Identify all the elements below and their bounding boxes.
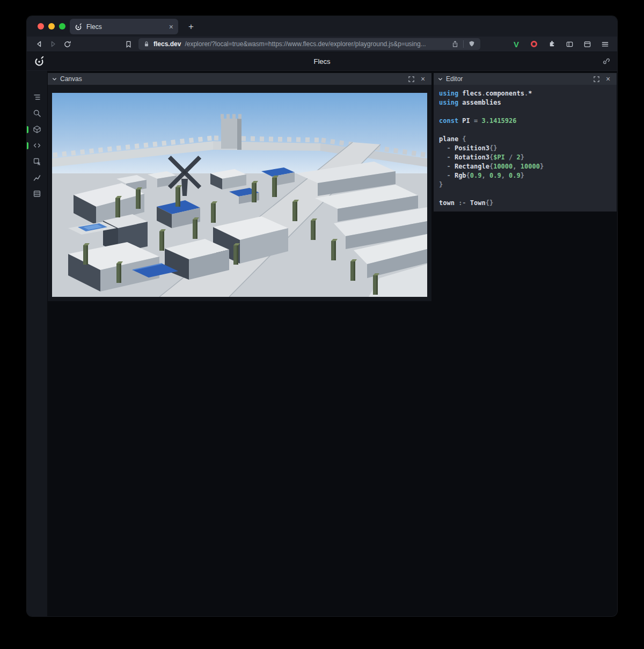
left-sidebar xyxy=(27,71,47,616)
canvas-panel-title: Canvas xyxy=(60,75,82,83)
editor-panel: Editor × using flecs.components.*using a… xyxy=(434,73,617,212)
reload-button[interactable] xyxy=(60,38,74,50)
canvas-body xyxy=(48,85,431,301)
tab-favicon-flecs-logo xyxy=(75,23,82,31)
record-extension-icon[interactable] xyxy=(528,38,540,50)
canvas-3d-scene[interactable] xyxy=(52,93,427,297)
url-domain: flecs.dev xyxy=(153,40,181,48)
forward-icon xyxy=(49,40,57,48)
extensions-puzzle-icon[interactable] xyxy=(546,38,558,50)
app-body: Canvas × xyxy=(27,71,617,616)
table-icon xyxy=(33,189,41,198)
canvas-panel-header: Canvas × xyxy=(48,73,431,85)
sidebar-item-query[interactable] xyxy=(30,106,44,120)
browser-window: Flecs × + xyxy=(27,16,617,616)
share-icon[interactable] xyxy=(451,40,459,48)
editor-code[interactable]: using flecs.components.*using assemblies… xyxy=(434,85,617,212)
sidebar-item-editor[interactable] xyxy=(30,138,44,152)
inspect-cursor-icon xyxy=(33,157,41,166)
back-button[interactable] xyxy=(32,38,46,50)
close-window-button[interactable] xyxy=(38,23,44,30)
expand-icon[interactable] xyxy=(407,75,415,83)
sidebar-item-tree[interactable] xyxy=(30,90,44,104)
bookmark-button[interactable] xyxy=(121,38,135,50)
chevron-down-icon[interactable] xyxy=(52,77,57,82)
page-title: Flecs xyxy=(313,57,330,65)
new-tab-button[interactable]: + xyxy=(185,20,197,33)
canvas-panel: Canvas × xyxy=(48,73,431,301)
vimium-extension-icon[interactable]: V xyxy=(510,38,522,50)
close-icon[interactable]: × xyxy=(419,75,427,83)
search-icon xyxy=(33,109,41,118)
reload-icon xyxy=(63,40,71,48)
toolbar-extensions: V xyxy=(510,38,612,50)
sidebar-item-inspect[interactable] xyxy=(30,155,44,169)
traffic-lights xyxy=(38,23,65,30)
editor-panel-header: Editor × xyxy=(434,73,617,85)
url-bar-actions xyxy=(451,40,475,48)
minimize-window-button[interactable] xyxy=(48,23,55,30)
editor-panel-title: Editor xyxy=(446,75,463,83)
menu-hamburger-icon[interactable] xyxy=(599,38,611,50)
forward-button[interactable] xyxy=(46,38,60,50)
close-icon[interactable]: × xyxy=(604,75,612,83)
url-bar[interactable]: flecs.dev /explorer/?local=true&wasm=htt… xyxy=(138,38,480,50)
desktop: Flecs × + xyxy=(0,0,644,649)
flecs-logo xyxy=(34,56,45,67)
expand-icon[interactable] xyxy=(592,75,601,83)
lock-icon xyxy=(143,41,150,47)
url-divider xyxy=(463,40,464,48)
browser-titlebar: Flecs × + xyxy=(27,16,617,37)
chart-icon xyxy=(33,173,41,182)
sidebar-item-stats[interactable] xyxy=(30,171,44,185)
url-path: /explorer/?local=true&wasm=https://www.f… xyxy=(185,40,426,48)
app-header: Flecs xyxy=(27,52,617,71)
sidebar-toggle-icon[interactable] xyxy=(564,38,575,50)
browser-tab[interactable]: Flecs × xyxy=(70,19,178,34)
main-area: Canvas × xyxy=(47,71,617,616)
cube-icon xyxy=(33,125,41,134)
tab-title: Flecs xyxy=(86,23,102,31)
tab-overview-icon[interactable] xyxy=(581,38,593,50)
share-link-icon[interactable] xyxy=(602,57,610,65)
zoom-window-button[interactable] xyxy=(59,23,65,30)
chevron-down-icon[interactable] xyxy=(438,77,443,82)
tab-close-icon[interactable]: × xyxy=(169,23,173,31)
tree-icon xyxy=(33,93,41,101)
active-indicator-editor xyxy=(27,142,28,149)
shield-icon[interactable] xyxy=(468,40,475,48)
active-indicator-scene xyxy=(27,126,28,133)
code-icon xyxy=(33,141,41,150)
sidebar-item-table[interactable] xyxy=(30,187,44,201)
bookmark-icon xyxy=(125,40,133,48)
back-icon xyxy=(35,40,43,48)
browser-navbar: flecs.dev /explorer/?local=true&wasm=htt… xyxy=(27,37,617,52)
sidebar-item-scene[interactable] xyxy=(30,122,44,136)
